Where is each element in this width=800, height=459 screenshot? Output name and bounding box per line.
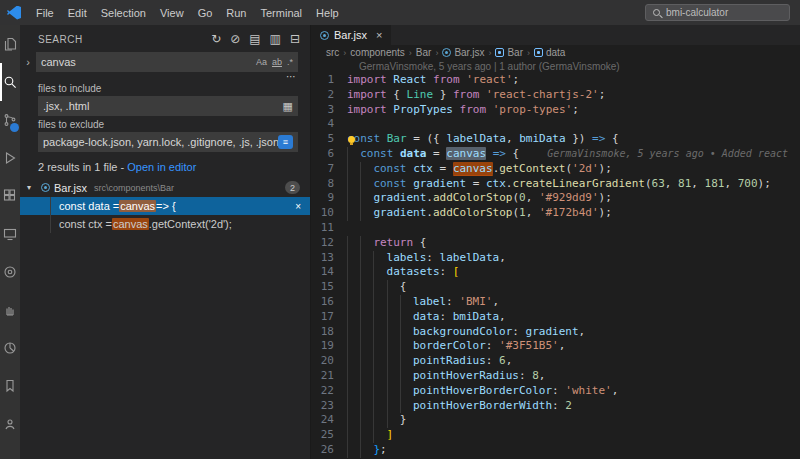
broadcast-icon[interactable]: [0, 405, 20, 443]
code-line[interactable]: 3import PropTypes from 'prop-types';: [311, 103, 800, 118]
result-file-row[interactable]: ▾ Bar.jsx src\components\Bar 2: [20, 178, 310, 197]
tab-bar: Bar.jsx ×: [311, 25, 800, 45]
clear-results-icon[interactable]: ⊘: [230, 32, 240, 46]
tab-bar-jsx[interactable]: Bar.jsx ×: [311, 25, 391, 45]
code-line[interactable]: 14 datasets: [: [311, 265, 800, 280]
menu-go[interactable]: Go: [191, 3, 220, 23]
code-line[interactable]: 13 labels: labelData,: [311, 251, 800, 266]
code-line[interactable]: 15 {: [311, 280, 800, 295]
code-token: :: [552, 399, 565, 412]
indent-guide: [400, 399, 413, 414]
line-number: 19: [311, 339, 347, 354]
hand-icon[interactable]: [0, 291, 20, 329]
code-editor[interactable]: 1import React from 'react';2import { Lin…: [311, 73, 800, 459]
code-line-text: const ctx = canvas.getContext('2d');: [347, 162, 800, 177]
breadcrumb-item-data[interactable]: data: [534, 47, 565, 58]
code-line[interactable]: 12 return {: [311, 236, 800, 251]
code-line[interactable]: 2import { Line } from 'react-chartjs-2';: [311, 88, 800, 103]
code-line[interactable]: 18 backgroundColor: gradient,: [311, 325, 800, 340]
source-control-icon[interactable]: [0, 101, 20, 139]
code-line[interactable]: 17 data: bmiData,: [311, 310, 800, 325]
react-file-icon: [442, 48, 451, 57]
indent-guide: [373, 310, 386, 325]
line-number: 14: [311, 265, 347, 280]
menu-edit[interactable]: Edit: [61, 3, 94, 23]
breadcrumb-item-bar[interactable]: Bar: [495, 47, 523, 58]
collapse-all-icon[interactable]: ⊟: [290, 32, 300, 46]
code-line[interactable]: 9 gradient.addColorStop(0, '#929dd9');: [311, 191, 800, 206]
toggle-replace-button[interactable]: ›: [20, 56, 36, 68]
indent-guide: [360, 399, 373, 414]
match-case-toggle[interactable]: Aa: [256, 57, 267, 67]
extensions-icon[interactable]: [0, 177, 20, 215]
menu-file[interactable]: File: [29, 3, 61, 23]
breadcrumb-item-src[interactable]: src: [326, 47, 339, 58]
view-as-tree-icon[interactable]: ▥: [270, 32, 281, 46]
breadcrumb-item-bar[interactable]: Bar: [416, 47, 432, 58]
line-number: 7: [311, 162, 347, 177]
code-line[interactable]: 19 borderColor: '#3F51B5',: [311, 339, 800, 354]
menu-terminal[interactable]: Terminal: [254, 3, 310, 23]
breadcrumb-label: Bar: [507, 47, 523, 58]
code-token: ,: [724, 177, 737, 190]
code-line[interactable]: 8 const gradient = ctx.createLinearGradi…: [311, 177, 800, 192]
close-tab-icon[interactable]: ×: [376, 29, 382, 41]
open-search-editor-icon[interactable]: ▤: [249, 32, 260, 46]
code-line[interactable]: 10 gradient.addColorStop(1, '#172b4d');: [311, 206, 800, 221]
indent-guide: [373, 384, 386, 399]
indent-guide: [360, 265, 373, 280]
code-token: addColorStop: [433, 191, 512, 204]
files-to-exclude-input[interactable]: [43, 136, 278, 148]
menu-help[interactable]: Help: [309, 3, 346, 23]
code-token: :: [446, 295, 459, 308]
menu-selection[interactable]: Selection: [94, 3, 153, 23]
code-line[interactable]: 6 const data = canvas => {GermaVinsmoke,…: [311, 147, 800, 162]
panel-actions: ↻⊘▤▥⊟: [211, 32, 300, 46]
breadcrumb-item-bar-jsx[interactable]: Bar.jsx: [442, 47, 484, 58]
open-in-editor-link[interactable]: Open in editor: [127, 161, 196, 173]
search-match-row[interactable]: const data = canvas => {×: [20, 197, 310, 215]
code-line[interactable]: 25 ]: [311, 428, 800, 443]
title-bar: FileEditSelectionViewGoRunTerminalHelp b…: [0, 0, 800, 25]
code-line[interactable]: 20 pointRadius: 6,: [311, 354, 800, 369]
search-match-row[interactable]: const ctx = canvas.getContext('2d');: [20, 215, 310, 233]
whole-word-toggle[interactable]: ab: [272, 57, 282, 67]
search-input[interactable]: [41, 56, 256, 68]
bookmark-icon[interactable]: [0, 367, 20, 405]
remote-monitor-icon[interactable]: [0, 215, 20, 253]
code-line-text: {: [347, 280, 800, 295]
code-line[interactable]: 4: [311, 117, 800, 132]
toggle-search-details-button[interactable]: ⋯: [20, 73, 296, 80]
code-line[interactable]: 5const Bar = ({ labelData, bmiData }) =>…: [311, 132, 800, 147]
files-to-include-input[interactable]: [43, 100, 283, 112]
code-line[interactable]: 23 pointHoverBorderWidth: 2: [311, 399, 800, 414]
indent-guide: [347, 428, 360, 443]
code-line[interactable]: 21 pointHoverRadius: 8,: [311, 369, 800, 384]
code-line[interactable]: 7 const ctx = canvas.getContext('2d');: [311, 162, 800, 177]
pie-chart-icon[interactable]: [0, 329, 20, 367]
menu-run[interactable]: Run: [219, 3, 253, 23]
window-search-box[interactable]: bmi-calculator: [645, 4, 790, 21]
refresh-icon[interactable]: ↻: [211, 32, 221, 46]
explorer-icon[interactable]: [0, 25, 20, 63]
run-debug-icon[interactable]: [0, 139, 20, 177]
code-line-text: pointHoverRadius: 8,: [347, 369, 800, 384]
code-line[interactable]: 1import React from 'react';: [311, 73, 800, 88]
camera-icon[interactable]: [0, 253, 20, 291]
code-line-text: gradient.addColorStop(1, '#172b4d');: [347, 206, 800, 221]
search-only-open-editors-icon[interactable]: ▦: [283, 100, 293, 113]
dismiss-match-icon[interactable]: ×: [295, 201, 301, 212]
code-line[interactable]: 11: [311, 221, 800, 236]
menu-view[interactable]: View: [153, 3, 191, 23]
code-line[interactable]: 24 }: [311, 413, 800, 428]
code-line[interactable]: 22 pointHoverBorderColor: 'white',: [311, 384, 800, 399]
code-line[interactable]: 16 label: 'BMI',: [311, 295, 800, 310]
indent-guide: [360, 354, 373, 369]
regex-toggle[interactable]: .*: [287, 57, 293, 67]
breadcrumb-item-components[interactable]: components: [350, 47, 404, 58]
scm-changes-badge: [10, 123, 19, 132]
use-exclude-settings-toggle[interactable]: ≡: [278, 135, 293, 149]
gitlens-authors-lens[interactable]: GermaVinsmoke, 5 years ago | 1 author (G…: [311, 60, 800, 73]
search-icon[interactable]: [0, 63, 20, 101]
code-line[interactable]: 26 };: [311, 443, 800, 458]
